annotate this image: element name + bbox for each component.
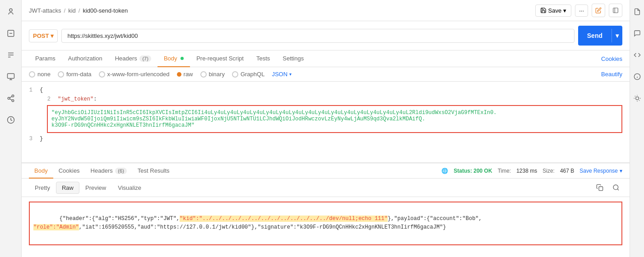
format-tab-preview[interactable]: Preview [79,182,112,194]
header-actions: Save ▾ ··· [535,4,622,17]
tab-tests[interactable]: Tests [250,50,276,67]
json-label: JSON [272,71,287,78]
svg-point-7 [8,97,10,100]
save-response-chevron-icon: ▾ [620,168,622,174]
header: JWT-attacks / kid / kid00-send-token Sav… [22,0,630,21]
body-options: none form-data x-www-form-urlencoded raw… [22,67,630,82]
save-label: Save [548,7,562,14]
copy-button[interactable] [593,181,606,194]
tab-headers[interactable]: Headers (7) [109,50,158,67]
raw-radio-dot [177,72,181,77]
response-role-highlight: "role":"Admin" [33,224,79,230]
breadcrumb-sep-2: / [79,7,80,14]
json-chevron-icon: ▾ [289,72,292,77]
send-dropdown-icon[interactable]: ▾ [612,29,622,42]
tab-settings[interactable]: Settings [276,50,310,67]
svg-point-20 [635,97,639,100]
right-icon-code[interactable] [630,48,644,62]
right-icon-comment[interactable] [630,26,644,41]
sidebar-icon-monitor[interactable] [4,69,18,84]
method-select[interactable]: POST ▾ [29,29,58,42]
tab-authorization[interactable]: Authorization [62,50,109,67]
format-tab-visualize[interactable]: Visualize [112,182,147,194]
time-value: 1238 ms [516,168,537,174]
response-tab-headers[interactable]: Headers (6) [85,164,132,179]
right-icon-info[interactable] [630,69,644,84]
option-form-data[interactable]: form-data [58,71,92,78]
right-icon-file[interactable] [630,5,644,19]
code-line-3: 3 } [22,135,630,143]
tab-pre-request[interactable]: Pre-request Script [190,50,250,67]
method-label: POST [33,32,49,39]
response-meta: 🌐 Status: 200 OK Time: 1238 ms Size: 467… [441,168,622,174]
line-3-content: } [40,136,630,142]
urlencoded-radio[interactable] [99,71,105,78]
main-content: JWT-attacks / kid / kid00-send-token Sav… [22,0,630,257]
svg-line-16 [617,189,619,190]
tab-body[interactable]: Body [158,50,190,67]
response-tab-body[interactable]: Body [29,164,53,179]
sidebar [0,0,22,257]
edit-button[interactable] [592,4,605,17]
request-tabs: Params Authorization Headers (7) Body Pr… [22,50,630,67]
url-input[interactable] [61,29,574,43]
send-label: Send [578,29,612,42]
format-tab-pretty[interactable]: Pretty [29,182,56,194]
format-tab-raw[interactable]: Raw [56,182,79,194]
response-section: Body Cookies Headers (6) Test Results 🌐 … [22,163,630,250]
graphql-radio[interactable] [232,71,238,78]
response-tab-cookies[interactable]: Cookies [53,164,85,179]
option-graphql[interactable]: GraphQL [232,71,264,78]
response-part1: {"header":{"alg":"HS256","typ":"JWT", [60,216,180,222]
response-part2: },"payload":{"account":"Bob", [388,216,482,222]
line-2-key: "jwt_token": [58,96,630,102]
option-raw[interactable]: raw [177,71,193,78]
breadcrumb-item-3: kid00-send-token [83,7,128,14]
option-urlencoded[interactable]: x-www-form-urlencoded [99,71,170,78]
cookies-link[interactable]: Cookies [601,55,622,62]
size-label: Size: [542,168,555,174]
jwt-value: "eyJhbGciOiJIUzI1NiIsInR5cCI6IkpXVCIsImt… [51,110,497,128]
binary-radio[interactable] [200,71,207,78]
line-1-content: { [40,87,630,93]
breadcrumb-item-1[interactable]: JWT-attacks [29,7,61,14]
size-value: 467 B [560,168,574,174]
svg-point-8 [12,100,14,102]
right-panel [630,0,644,257]
svg-point-6 [12,95,14,97]
save-chevron-icon: ▾ [563,7,566,14]
search-button[interactable] [610,181,622,194]
save-response-button[interactable]: Save Response ▾ [579,168,622,174]
highlighted-code-block: 2 "jwt_token": "eyJhbGciOiJIUzI1NiIsInR5… [40,95,630,133]
sidebar-icon-environments[interactable] [4,48,18,62]
response-kid-highlight: "kid":"../../../../../../../../../../../… [180,216,388,222]
svg-line-23 [635,96,635,96]
none-radio[interactable] [29,71,35,78]
code-editor[interactable]: 1 { 2 "jwt_token": "eyJhbGciOiJIUzI1NiIs… [22,82,630,163]
save-button[interactable]: Save ▾ [535,5,572,17]
form-data-radio[interactable] [58,71,64,78]
view-button[interactable] [609,4,622,17]
sidebar-icon-history[interactable] [4,26,18,41]
tab-params[interactable]: Params [29,50,62,67]
sidebar-icon-clock[interactable] [4,113,18,127]
response-tab-test-results[interactable]: Test Results [132,164,175,179]
jwt-highlight-box: "eyJhbGciOiJIUzI1NiIsInR5cCI6IkpXVCIsImt… [47,105,622,133]
more-button[interactable]: ··· [575,5,588,17]
svg-rect-3 [7,73,14,78]
sidebar-icon-collections[interactable] [4,5,18,19]
svg-point-0 [9,9,12,11]
option-binary[interactable]: binary [200,71,225,78]
response-body: {"header":{"alg":"HS256","typ":"JWT","ki… [22,197,630,250]
json-selector[interactable]: JSON ▾ [272,71,292,78]
sidebar-icon-flows[interactable] [4,91,18,106]
breadcrumb-item-2[interactable]: kid [68,7,76,14]
beautify-button[interactable]: Beautify [601,71,622,78]
option-none[interactable]: none [29,71,51,78]
line-number-2: 2 [40,96,58,102]
format-tabs: Pretty Raw Preview Visualize [22,179,630,197]
right-icon-bulb[interactable] [630,91,644,106]
send-button[interactable]: Send ▾ [578,26,622,46]
line-number-3: 3 [22,136,40,142]
response-highlight-box: {"header":{"alg":"HS256","typ":"JWT","ki… [29,202,622,245]
